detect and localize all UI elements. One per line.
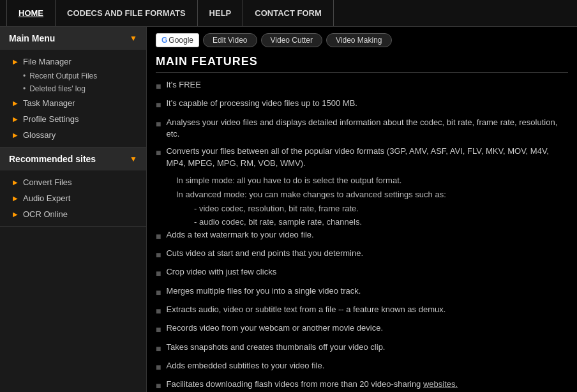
- bullet-icon: ■: [156, 248, 161, 261]
- feature-text: Facilitates downloading flash videos fro…: [166, 379, 568, 391]
- feature-text: Records video from your webcam or anothe…: [166, 322, 568, 335]
- sidebar-main-menu-header[interactable]: Main Menu ▼: [0, 27, 146, 50]
- bullet-icon: ■: [156, 146, 161, 159]
- bullet-icon: ■: [156, 361, 161, 373]
- sidebar-sublabel-recent-output: Recent Output Files: [29, 72, 97, 80]
- arrow-icon: ▶: [13, 58, 18, 65]
- sidebar-item-profile-settings[interactable]: ▶ Profile Settings: [0, 111, 146, 127]
- sidebar-label-convert-files: Convert Files: [23, 177, 72, 187]
- feature-item: ■Facilitates downloading flash videos fr…: [156, 379, 568, 392]
- sidebar-item-convert-files[interactable]: ▶ Convert Files: [0, 174, 146, 190]
- feature-item: ■Records video from your webcam or anoth…: [156, 322, 568, 336]
- sidebar-item-audio-expert[interactable]: ▶ Audio Expert: [0, 190, 146, 206]
- feature-indent-item: In advanced mode: you can make changes t…: [156, 189, 568, 200]
- features-section: MAIN FEATURES ■It's FREE■It's capable of…: [156, 55, 568, 392]
- feature-indent-item: In simple mode: all you have to do is se…: [156, 175, 568, 186]
- bullet-icon: ■: [156, 267, 161, 280]
- sidebar-label-ocr-online: OCR Online: [23, 209, 68, 219]
- feature-text: Extracts audio, video or subtitle text f…: [166, 304, 568, 316]
- feature-text: Merges multiple files for you into a sin…: [166, 285, 568, 298]
- main-layout: Main Menu ▼ ▶ File Manager Recent Output…: [0, 27, 577, 392]
- feature-item: ■Merges multiple files for you into a si…: [156, 285, 568, 299]
- edit-video-button[interactable]: Edit Video: [203, 33, 257, 47]
- feature-indent2-item: - video codec, resolution, bit rate, fra…: [156, 203, 568, 215]
- arrow-icon: ▶: [13, 179, 18, 186]
- sidebar-recommended-arrow: ▼: [130, 155, 137, 163]
- arrow-icon: ▶: [13, 211, 18, 218]
- feature-item: ■Adds a text watermark to your video fil…: [156, 229, 568, 243]
- sidebar: Main Menu ▼ ▶ File Manager Recent Output…: [0, 27, 147, 392]
- bullet-icon: ■: [156, 305, 161, 317]
- sidebar-item-task-manager[interactable]: ▶ Task Manager: [0, 95, 146, 111]
- sidebar-item-file-manager[interactable]: ▶ File Manager: [0, 54, 146, 70]
- sidebar-main-menu-arrow: ▼: [130, 34, 137, 43]
- top-navigation: HOME CODECS AND FILE FORMATS HELP CONTAC…: [0, 0, 577, 27]
- feature-indent2-item: - audio codec, bit rate, sample rate, ch…: [156, 216, 568, 228]
- video-making-button[interactable]: Video Making: [326, 33, 392, 47]
- nav-codecs[interactable]: CODECS AND FILE FORMATS: [56, 0, 198, 26]
- bullet-icon: ■: [156, 342, 161, 355]
- toolbar-row: G Google Edit Video Video Cutter Video M…: [156, 33, 568, 47]
- sidebar-main-menu-label: Main Menu: [9, 33, 55, 43]
- nav-home[interactable]: HOME: [6, 0, 56, 26]
- feature-item: ■Converts your files between all of the …: [156, 146, 568, 170]
- main-content: G Google Edit Video Video Cutter Video M…: [147, 27, 577, 392]
- bullet-icon: ■: [156, 323, 161, 336]
- features-list: ■It's FREE■It's capable of processing vi…: [156, 79, 568, 392]
- sidebar-item-ocr-online[interactable]: ▶ OCR Online: [0, 206, 146, 222]
- sidebar-label-profile-settings: Profile Settings: [23, 114, 79, 124]
- feature-text: Cuts video at start and end points that …: [166, 248, 568, 260]
- bullet-icon: ■: [156, 230, 161, 243]
- nav-contact[interactable]: CONTACT FORM: [243, 0, 333, 26]
- feature-item: ■Crop video with just few clicks: [156, 266, 568, 280]
- feature-text: Adds embedded subtitles to your video fi…: [166, 360, 568, 372]
- sidebar-subitem-deleted-files[interactable]: Deleted files' log: [0, 82, 146, 95]
- bullet-icon: ■: [156, 98, 161, 111]
- sidebar-label-task-manager: Task Manager: [23, 98, 75, 108]
- google-logo-g: G: [161, 36, 167, 45]
- bullet-icon: ■: [156, 80, 161, 93]
- feature-item: ■Analyses your video files and displays …: [156, 117, 568, 141]
- feature-item: ■Extracts audio, video or subtitle text …: [156, 304, 568, 317]
- feature-text: Analyses your video files and displays d…: [166, 117, 568, 141]
- feature-text: Takes snapshots and creates thumbnails o…: [166, 342, 568, 354]
- bullet-icon: ■: [156, 117, 161, 130]
- features-title: MAIN FEATURES: [156, 55, 568, 73]
- sidebar-subitem-recent-output[interactable]: Recent Output Files: [0, 70, 146, 82]
- feature-text: Crop video with just few clicks: [166, 266, 568, 278]
- sidebar-recommended-menu: ▶ Convert Files ▶ Audio Expert ▶ OCR Onl…: [0, 170, 146, 226]
- sidebar-main-menu: ▶ File Manager Recent Output Files Delet…: [0, 50, 146, 147]
- feature-text: Converts your files between all of the p…: [166, 146, 568, 170]
- feature-item: ■It's capable of processing video files …: [156, 98, 568, 111]
- bullet-icon: ■: [156, 379, 161, 392]
- bullet-icon: ■: [156, 286, 161, 299]
- feature-text: It's capable of processing video files u…: [166, 98, 568, 110]
- sidebar-recommended-header[interactable]: Recommended sites ▼: [0, 147, 146, 170]
- sidebar-recommended-section: Recommended sites ▼ ▶ Convert Files ▶ Au…: [0, 147, 146, 227]
- feature-item: ■Cuts video at start and end points that…: [156, 248, 568, 261]
- sidebar-recommended-label: Recommended sites: [9, 154, 96, 164]
- sidebar-label-audio-expert: Audio Expert: [23, 193, 70, 203]
- sidebar-main-menu-section: Main Menu ▼ ▶ File Manager Recent Output…: [0, 27, 146, 147]
- feature-item: ■Takes snapshots and creates thumbnails …: [156, 342, 568, 355]
- arrow-icon: ▶: [13, 116, 18, 123]
- google-button[interactable]: G Google: [156, 33, 199, 47]
- arrow-icon: ▶: [13, 100, 18, 107]
- sidebar-label-file-manager: File Manager: [23, 57, 71, 66]
- arrow-icon: ▶: [13, 195, 18, 202]
- google-label: Google: [169, 36, 193, 45]
- feature-item: ■Adds embedded subtitles to your video f…: [156, 360, 568, 373]
- arrow-icon: ▶: [13, 132, 18, 139]
- sidebar-sublabel-deleted-files: Deleted files' log: [29, 84, 86, 93]
- websites-link[interactable]: websites.: [423, 379, 458, 389]
- feature-item: ■It's FREE: [156, 79, 568, 93]
- sidebar-item-glossary[interactable]: ▶ Glossary: [0, 127, 146, 143]
- sidebar-label-glossary: Glossary: [23, 130, 56, 140]
- feature-text: Adds a text watermark to your video file…: [166, 229, 568, 241]
- nav-help[interactable]: HELP: [198, 0, 244, 26]
- feature-text: It's FREE: [166, 79, 568, 91]
- video-cutter-button[interactable]: Video Cutter: [261, 33, 323, 47]
